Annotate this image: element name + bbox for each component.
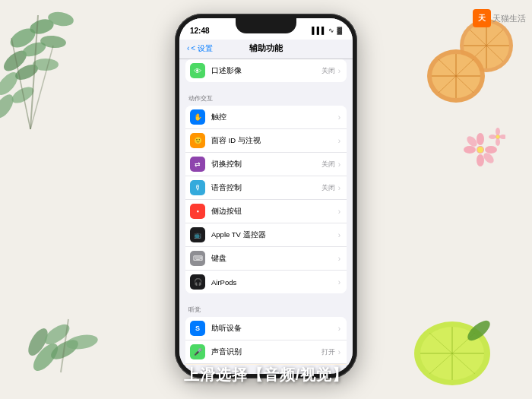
navigation-bar: ‹ < 设置 辅助功能 [179, 40, 353, 59]
touch-label: 触控 [211, 112, 338, 122]
sound-recognition-icon: 🎤 [190, 344, 205, 359]
settings-item-voice-control[interactable]: 🎙 语音控制 关闭 › [185, 176, 347, 200]
settings-section-action: ✋ 触控 › 🙂 面容 ID 与注视 › ⇄ 切换控制 关闭 › [185, 106, 347, 293]
settings-item-airpods[interactable]: 🎧 AirPods › [185, 271, 347, 293]
appletv-label: Apple TV 遥控器 [211, 230, 338, 240]
keyboard-chevron-icon: › [338, 255, 340, 263]
settings-item-switch-control[interactable]: ⇄ 切换控制 关闭 › [185, 153, 347, 176]
airpods-icon: 🎧 [190, 274, 205, 290]
settings-item-hearing-aid[interactable]: S 助听设备 › [185, 317, 347, 340]
switch-control-value: 关闭 [321, 160, 335, 169]
settings-item-side-button[interactable]: ▪ 侧边按钮 › [185, 200, 347, 223]
touch-icon: ✋ [190, 109, 205, 125]
voice-control-icon: 🎙 [190, 180, 205, 195]
kousu-label: 口述影像 [211, 66, 321, 76]
appletv-icon: 📺 [190, 227, 205, 242]
back-label: < 设置 [191, 43, 213, 54]
keyboard-label: 键盘 [211, 254, 338, 264]
section-header-action: 动作交互 [179, 87, 353, 106]
status-icons: ▌▌▌ ∿ ▓ [312, 27, 342, 34]
settings-item-kousu[interactable]: 👁 口述影像 关闭 › [185, 59, 347, 82]
back-button[interactable]: ‹ < 设置 [187, 43, 213, 54]
hearing-aid-chevron-icon: › [338, 325, 340, 333]
phone-outer-shell: 12:48 ▌▌▌ ∿ ▓ ‹ < 设置 辅助功能 [175, 14, 357, 378]
airpods-chevron-icon: › [338, 278, 340, 287]
airpods-label: AirPods [211, 278, 338, 287]
voice-control-label: 语音控制 [211, 183, 321, 193]
watermark-icon: 天 [473, 9, 491, 27]
settings-item-keyboard[interactable]: ⌨ 键盘 › [185, 247, 347, 271]
voice-control-value: 关闭 [321, 183, 335, 193]
faceid-chevron-icon: › [338, 137, 340, 145]
switch-control-chevron-icon: › [338, 160, 340, 169]
keyboard-icon: ⌨ [190, 251, 205, 266]
side-button-chevron-icon: › [338, 207, 340, 216]
settings-item-sound-recognition[interactable]: 🎤 声音识别 打开 › [185, 340, 347, 364]
wifi-icon: ∿ [328, 27, 334, 34]
sound-recognition-chevron-icon: › [338, 348, 340, 356]
kousu-icon: 👁 [190, 63, 205, 78]
sound-recognition-label: 声音识别 [211, 347, 321, 357]
signal-icon: ▌▌▌ [312, 27, 326, 34]
bottom-caption: 上滑选择【音频/视觉】 [0, 365, 532, 385]
voice-control-chevron-icon: › [338, 184, 340, 192]
watermark-text: 天猫生活 [492, 13, 526, 24]
sound-recognition-value: 打开 [321, 347, 335, 357]
switch-control-label: 切换控制 [211, 160, 321, 169]
kousu-chevron-icon: › [338, 67, 340, 75]
side-button-icon: ▪ [190, 204, 205, 219]
page-title: 辅助功能 [249, 43, 283, 54]
status-time: 12:48 [190, 27, 210, 35]
appletv-chevron-icon: › [338, 231, 340, 239]
settings-content[interactable]: 👁 口述影像 关闭 › 动作交互 ✋ 触控 › 🙂 [179, 59, 353, 365]
hearing-aid-label: 助听设备 [211, 324, 338, 334]
phone-notch [236, 18, 296, 33]
faceid-icon: 🙂 [190, 133, 205, 148]
faceid-label: 面容 ID 与注视 [211, 136, 338, 146]
phone-device: 12:48 ▌▌▌ ∿ ▓ ‹ < 设置 辅助功能 [175, 14, 357, 378]
settings-item-appletv[interactable]: 📺 Apple TV 遥控器 › [185, 223, 347, 247]
settings-section-audio: S 助听设备 › 🎤 声音识别 打开 › ♪ 音频/视觉 › [185, 317, 347, 365]
touch-chevron-icon: › [338, 113, 340, 122]
phone-screen: 12:48 ▌▌▌ ∿ ▓ ‹ < 设置 辅助功能 [179, 18, 353, 374]
settings-section-visual: 👁 口述影像 关闭 › [185, 59, 347, 82]
switch-control-icon: ⇄ [190, 157, 205, 172]
section-header-audio: 听觉 [179, 298, 353, 317]
back-chevron-icon: ‹ [187, 44, 189, 52]
watermark: 天 天猫生活 [473, 9, 526, 27]
kousu-value: 关闭 [321, 66, 335, 76]
hearing-aid-icon: S [190, 321, 205, 336]
settings-item-faceid[interactable]: 🙂 面容 ID 与注视 › [185, 129, 347, 153]
settings-item-touch[interactable]: ✋ 触控 › [185, 106, 347, 129]
side-button-label: 侧边按钮 [211, 207, 338, 217]
battery-icon: ▓ [337, 27, 342, 34]
